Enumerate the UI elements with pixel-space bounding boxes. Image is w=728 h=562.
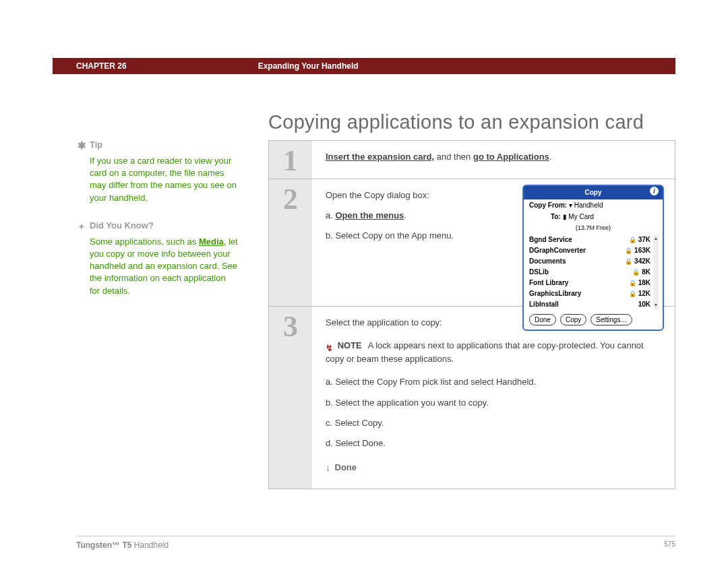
- dialog-title-bar: Copy i: [524, 186, 663, 199]
- scrollbar: ▴ ▾: [653, 235, 659, 309]
- app-list-row: Bgnd Service🔒 37K: [528, 235, 653, 245]
- step-1-body: Insert the expansion card, and then go t…: [312, 141, 675, 179]
- app-list-row: Documents🔒 342K: [528, 256, 653, 267]
- dialog-buttons: Done Copy Settings…: [524, 311, 663, 326]
- step2-a-post: .: [404, 210, 406, 220]
- done-text: Done: [335, 461, 357, 474]
- page-footer: Tungsten™ T5 Handheld 575: [76, 536, 675, 550]
- done-marker: ↓ Done: [326, 460, 664, 475]
- tip-body: If you use a card reader to view your ca…: [90, 155, 238, 204]
- step-2: 2 Open the Copy dialog box: a. Open the …: [269, 179, 675, 307]
- steps-container: 1 Insert the expansion card, and then go…: [268, 140, 675, 489]
- product-bold: Tungsten™ T5: [76, 540, 131, 550]
- asterisk-icon: ✱: [76, 138, 87, 152]
- lock-icon: 🔒: [629, 237, 636, 243]
- app-size: 🔒 8K: [632, 267, 650, 278]
- step-1-number: 1: [269, 141, 312, 179]
- step1-mid: and then: [434, 152, 473, 162]
- insert-card-link[interactable]: Insert the expansion card,: [326, 152, 434, 162]
- copy-to-label: To:: [551, 213, 561, 220]
- tip-block: ✱ Tip If you use a card reader to view y…: [76, 138, 238, 204]
- note-body: A lock appears next to applications that…: [326, 340, 644, 364]
- goto-applications-link[interactable]: go to Applications: [473, 152, 549, 162]
- step-2-number: 2: [269, 179, 312, 306]
- app-list-row: Font Library🔒 18K: [528, 278, 653, 288]
- step2-a-pre: a.: [326, 210, 335, 220]
- scroll-up-icon: ▴: [655, 235, 657, 243]
- dialog-settings-button[interactable]: Settings…: [590, 314, 632, 326]
- step-3-body: Select the application to copy: ↯ NOTE A…: [312, 307, 675, 489]
- app-size: 🔒 37K: [629, 235, 650, 245]
- step3-d: d. Select Done.: [326, 437, 664, 450]
- free-space: (13.7M Free): [524, 223, 663, 234]
- app-size: 🔒 342K: [625, 256, 650, 267]
- app-size: 10K: [638, 299, 650, 310]
- app-list-row: LibInstall10K: [528, 299, 653, 310]
- plus-icon: +: [76, 219, 87, 233]
- lock-icon: 🔒: [629, 290, 636, 297]
- app-size: 🔒 18K: [629, 278, 650, 288]
- app-name: DSLib: [529, 267, 549, 278]
- note-row: ↯ NOTE A lock appears next to applicatio…: [326, 339, 664, 366]
- page-title: Copying applications to an expansion car…: [268, 111, 644, 133]
- section-label: Expanding Your Handheld: [258, 61, 359, 71]
- open-menus-link[interactable]: Open the menus: [335, 210, 404, 220]
- step3-c: c. Select Copy.: [326, 416, 664, 430]
- product-name: Tungsten™ T5 Handheld: [76, 540, 169, 550]
- app-name: Documents: [529, 256, 566, 267]
- chapter-header: CHAPTER 26 Expanding Your Handheld: [53, 58, 675, 74]
- didyouknow-body: Some applications, such as Media, let yo…: [90, 236, 238, 297]
- info-icon: i: [650, 187, 659, 195]
- lock-icon: 🔒: [629, 280, 636, 286]
- step-3: 3 Select the application to copy: ↯ NOTE…: [269, 307, 675, 489]
- app-list-row: DGraphConverter🔒 163K: [528, 245, 653, 256]
- dialog-copy-button[interactable]: Copy: [560, 314, 586, 326]
- copy-from-label: Copy From:: [529, 201, 567, 209]
- copy-from-row: Copy From: ▾ Handheld: [524, 199, 663, 212]
- copy-to-row: To: ▮ My Card: [524, 211, 663, 223]
- lock-icon: 🔒: [625, 247, 632, 254]
- didyouknow-header: + Did You Know?: [76, 219, 238, 233]
- app-size: 🔒 163K: [625, 245, 650, 256]
- app-name: DGraphConverter: [529, 245, 586, 256]
- didyouknow-block: + Did You Know? Some applications, such …: [76, 219, 238, 297]
- app-list-row: DSLib🔒 8K: [528, 267, 653, 278]
- step1-end: .: [549, 152, 552, 162]
- product-rest: Handheld: [131, 540, 169, 550]
- step3-b: b. Select the application you want to co…: [326, 396, 664, 410]
- note-icon: ↯: [326, 342, 335, 351]
- dialog-title: Copy: [585, 189, 602, 196]
- app-name: Bgnd Service: [529, 235, 572, 245]
- dyk-pre: Some applications, such as: [90, 237, 199, 247]
- didyouknow-label: Did You Know?: [90, 220, 154, 232]
- dialog-done-button[interactable]: Done: [529, 314, 556, 326]
- step3-a: a. Select the Copy From pick list and se…: [326, 375, 664, 389]
- step-1: 1 Insert the expansion card, and then go…: [269, 141, 675, 179]
- app-list-row: GraphicsLibrary🔒 12K: [528, 288, 653, 299]
- lock-icon: 🔒: [625, 258, 632, 265]
- app-name: GraphicsLibrary: [529, 288, 581, 299]
- sidebar: ✱ Tip If you use a card reader to view y…: [76, 138, 238, 312]
- lock-icon: 🔒: [632, 269, 640, 276]
- copy-dialog-screenshot: Copy i Copy From: ▾ Handheld To: ▮ My Ca…: [522, 185, 664, 331]
- copy-to-value: My Card: [567, 213, 595, 220]
- app-size: 🔒 12K: [629, 288, 650, 299]
- app-list: ▴ ▾ Bgnd Service🔒 37KDGraphConverter🔒 16…: [528, 235, 659, 309]
- app-name: LibInstall: [529, 299, 559, 310]
- step-2-body: Open the Copy dialog box: a. Open the me…: [312, 179, 675, 306]
- step-3-number: 3: [269, 307, 312, 489]
- chapter-label: CHAPTER 26: [76, 61, 127, 71]
- note-label: NOTE: [338, 340, 362, 350]
- tip-header: ✱ Tip: [76, 138, 238, 152]
- tip-label: Tip: [90, 139, 102, 151]
- scroll-down-icon: ▾: [655, 301, 657, 309]
- app-name: Font Library: [529, 278, 568, 288]
- done-arrow-icon: ↓: [326, 460, 331, 475]
- page-number: 575: [664, 540, 675, 550]
- copy-from-value: Handheld: [572, 201, 603, 209]
- media-link[interactable]: Media: [199, 237, 224, 247]
